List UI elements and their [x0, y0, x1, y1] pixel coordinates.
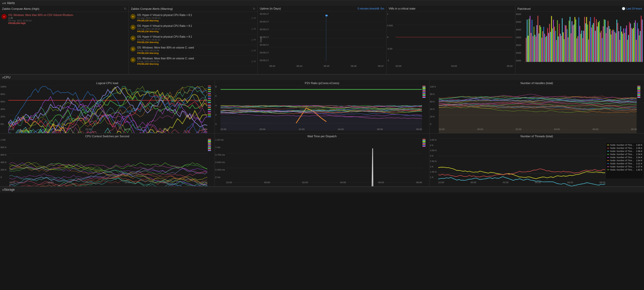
legend-color-swatch: [637, 95, 640, 96]
svg-rect-29: [543, 27, 544, 62]
alert-ack-3: ◻ ✉: [251, 49, 256, 52]
svg-rect-50: [564, 39, 564, 62]
alert-status-warning-4: PROBLEM Warning: [137, 63, 256, 65]
handles-chart: 100 K80 K60 K40 K20 K0 22:0000:0002:0004…: [429, 85, 644, 131]
svg-rect-95: [608, 21, 608, 62]
svg-rect-106: [618, 31, 619, 62]
svg-rect-48: [562, 18, 563, 62]
legend-color-swatch: [208, 95, 211, 95]
svg-rect-84: [597, 27, 598, 62]
alert-item-warning-2[interactable]: ♥ OS: Hyper-V Virtual to physical CPU Ra…: [129, 34, 257, 45]
logical-cpu-chart: 100%80%60%40%20%0% 22:0000:0002:0004:000…: [0, 85, 215, 131]
svg-rect-16: [531, 33, 531, 62]
svg-rect-64: [577, 36, 578, 62]
cpu-chevron: ∨: [2, 76, 4, 79]
svg-rect-23: [537, 16, 538, 62]
svg-rect-113: [625, 28, 626, 62]
clock-icon: 🕐: [622, 7, 625, 10]
legend-color-swatch: [422, 92, 426, 93]
svg-rect-62: [576, 20, 576, 62]
svg-rect-37: [551, 16, 552, 62]
ctx-switches-panel: CPU Context Switches per Second 1 Mil800…: [0, 133, 215, 186]
legend-color-swatch: [637, 90, 640, 91]
legend-color-swatch: [208, 102, 211, 103]
legend-color-swatch: [208, 111, 211, 112]
svg-rect-69: [582, 38, 583, 62]
uptime-header: Uptime (in Days) 5 minutes timeshift -5m: [258, 6, 386, 11]
legend-color-swatch: [208, 93, 211, 94]
svg-rect-107: [619, 40, 620, 62]
svg-rect-70: [583, 31, 584, 62]
alert-ack-2: ◻ ✉: [251, 38, 256, 41]
legend-color-swatch: [208, 100, 211, 101]
svg-rect-114: [626, 25, 627, 62]
legend-color-swatch: [208, 96, 211, 97]
storage-section-header[interactable]: ∨ Storage: [0, 187, 644, 192]
legend-color-swatch: [208, 89, 211, 90]
svg-rect-97: [610, 29, 610, 62]
threads-legend-item-6: Node: Number of Threads (total) 3.21 K: [607, 162, 642, 165]
alert-ack-4: ◻ ✉: [251, 60, 256, 63]
legend-color-swatch: [208, 142, 211, 143]
legend-color-swatch: [422, 88, 426, 88]
svg-rect-12: [527, 20, 528, 62]
svg-rect-78: [591, 27, 592, 62]
svg-rect-130: [642, 20, 642, 62]
svg-rect-118: [630, 23, 631, 62]
alert-item-warning-3[interactable]: ♥ OS: Windows: More than 80% on volume C…: [129, 45, 257, 56]
p2v-y-labels: 86420: [215, 85, 217, 125]
alerts-chevron: ∨: [2, 2, 4, 5]
svg-rect-96: [609, 26, 609, 62]
svg-rect-58: [571, 21, 572, 62]
p2v-x-labels: 22:0000:0002:0004:0006:0008:00: [221, 128, 422, 131]
legend-color-swatch: [208, 140, 211, 141]
svg-rect-129: [641, 16, 641, 62]
handles-title: Number of Handles (total): [429, 80, 644, 85]
svg-rect-53: [567, 29, 568, 62]
alert-item-warning-1[interactable]: ♥ OS: Hyper-V Virtual to physical CPU Ra…: [129, 23, 257, 34]
threads-legend-item-2: Node: Number of Threads (total) 2.96 K: [607, 150, 642, 152]
legend-color-swatch: [208, 116, 211, 117]
high-alerts-refresh[interactable]: ↻: [124, 7, 127, 11]
svg-rect-49: [563, 32, 563, 62]
svg-rect-86: [599, 21, 600, 62]
legend-color-swatch: [637, 92, 640, 93]
svg-rect-32: [546, 36, 547, 62]
svg-rect-44: [558, 36, 559, 62]
vms-critical-panel: VMs in a critical state 10.5000-0.50-1 0…: [387, 6, 515, 74]
svg-rect-18: [532, 36, 533, 62]
legend-color-swatch: [422, 86, 426, 86]
svg-rect-19: [533, 27, 534, 62]
legend-color-swatch: [208, 113, 211, 114]
svg-rect-101: [614, 30, 614, 62]
svg-rect-108: [620, 26, 621, 62]
handles-panel: Number of Handles (total) 100 K80 K60 K4…: [429, 80, 644, 133]
cpu-section-header[interactable]: ∨ CPU: [0, 74, 644, 80]
logical-cpu-x-labels: 22:0000:0002:0004:0006:0008:00: [8, 128, 207, 131]
alert-item-warning-4[interactable]: ♥ OS: Windows: More than 80% on volume C…: [129, 56, 257, 67]
alert-item-warning-0[interactable]: ♥ OS: Hyper-V Virtual to physical CPU Ra…: [129, 12, 257, 23]
legend-color-swatch: [422, 91, 426, 92]
svg-rect-126: [638, 29, 639, 62]
svg-rect-105: [617, 23, 618, 62]
legend-color-swatch: [422, 141, 426, 142]
legend-color-swatch: [208, 109, 211, 110]
legend-color-swatch: [422, 142, 426, 143]
warning-alerts-refresh[interactable]: ↻: [253, 7, 255, 11]
svg-rect-66: [579, 26, 580, 62]
ctx-switches-svg: [9, 139, 207, 186]
alert-status-high-0: PROBLEM High: [8, 22, 127, 25]
legend-color-swatch: [208, 145, 211, 146]
svg-rect-59: [572, 25, 573, 62]
svg-rect-119: [631, 28, 632, 62]
legend-color-swatch: [208, 149, 211, 150]
alerts-section-header[interactable]: ∨ ∨ Alerts: [0, 0, 644, 6]
svg-rect-73: [586, 17, 587, 62]
svg-rect-68: [581, 30, 582, 62]
svg-rect-34: [548, 33, 549, 62]
alert-item-high-0[interactable]: ♥ OS: Windows: More than 90% on CSV Volu…: [0, 12, 129, 26]
threads-legend-box: Node: Number of Threads (total) 2.60 K N…: [606, 143, 643, 179]
legend-color-swatch: [422, 140, 426, 141]
alert-msg-warning-3: OS: Windows: More than 80% on volume C: …: [137, 46, 256, 49]
alert-content-warning-1: OS: Hyper-V Virtual to physical CPU Rati…: [137, 24, 256, 33]
